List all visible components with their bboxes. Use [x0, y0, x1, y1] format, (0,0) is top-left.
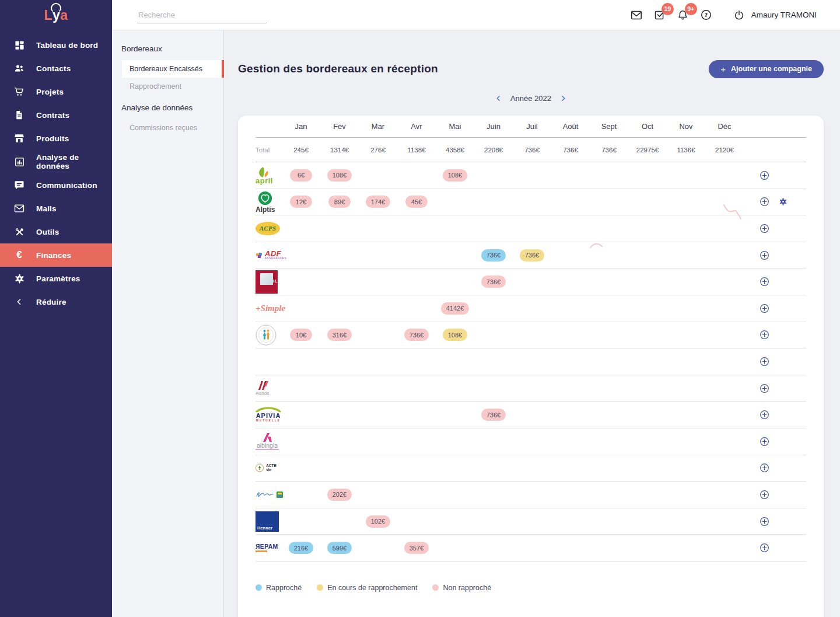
add-bordereau-button[interactable] — [759, 489, 770, 500]
company-row: ACTE vie — [256, 455, 806, 482]
total-value: 22975€ — [628, 147, 667, 154]
add-bordereau-button[interactable] — [759, 276, 770, 287]
legend-dot — [317, 584, 323, 591]
subnav-item-commissions-recues[interactable]: Commissions reçues — [122, 119, 223, 137]
subnav-item-bordereaux-encaisses[interactable]: Bordereaux Encaissés — [122, 60, 223, 78]
add-bordereau-button[interactable] — [759, 516, 770, 527]
amount-badge[interactable]: 174€ — [366, 196, 390, 208]
add-bordereau-button[interactable] — [759, 409, 770, 420]
amount-badge[interactable]: 736€ — [520, 249, 544, 262]
month-header: Sept — [590, 122, 628, 131]
add-bordereau-button[interactable] — [759, 196, 770, 207]
add-company-button[interactable]: + Ajouter une compagnie — [709, 60, 824, 78]
plus-icon: + — [720, 64, 726, 74]
user-name: Amaury TRAMONI — [751, 11, 817, 19]
month-header: Nov — [667, 122, 705, 131]
total-value: 245€ — [282, 147, 320, 154]
collapse-icon — [13, 295, 26, 308]
add-bordereau-button[interactable] — [759, 250, 770, 261]
help-icon[interactable]: ? — [700, 9, 713, 22]
add-bordereau-button[interactable] — [759, 329, 770, 340]
previous-year-button[interactable] — [495, 95, 502, 102]
amount-badge[interactable]: 108€ — [443, 329, 467, 341]
amount-badge[interactable]: 736€ — [481, 276, 506, 288]
amount-badge[interactable]: 89€ — [328, 196, 351, 208]
user-menu[interactable]: Amaury TRAMONI — [733, 9, 817, 22]
sidebar-item-finances[interactable]: € Finances — [0, 243, 112, 267]
company-row: APICIL736€ — [256, 269, 806, 295]
company-logo-april: april — [256, 166, 282, 184]
add-bordereau-button[interactable] — [759, 356, 770, 367]
sidebar-item-tableau-de-bord[interactable]: Tableau de bord — [0, 33, 112, 57]
sidebar-item-projets[interactable]: Projets — [0, 80, 112, 103]
company-logo-apivia: APIVIAMUTUELLE — [256, 407, 282, 423]
company-row: albingia — [256, 428, 806, 455]
sidebar-item-analyse-de-donnees[interactable]: Analyse de données — [0, 150, 112, 173]
subnav: BordereauxBordereaux EncaissésRapprochem… — [112, 30, 224, 617]
topbar-icons: 19 9+ ? — [630, 9, 713, 22]
sidebar-item-parametres[interactable]: Paramètres — [0, 267, 112, 290]
bell-icon[interactable]: 9+ — [677, 9, 690, 22]
amount-badge[interactable]: 736€ — [404, 329, 429, 341]
mail-icon — [13, 202, 26, 215]
amount-badge[interactable]: 108€ — [327, 169, 352, 182]
store-icon — [13, 132, 26, 145]
subnav-item-rapprochement[interactable]: Rapprochement — [122, 78, 223, 95]
search-input[interactable] — [137, 7, 267, 23]
company-row: ЯEPAM216€599€357€ — [256, 535, 806, 562]
sidebar-item-mails[interactable]: Mails — [0, 197, 112, 220]
main-content: Gestion des bordereaux en réception + Aj… — [224, 30, 840, 617]
total-value: 276€ — [359, 147, 397, 154]
amount-badge[interactable]: 216€ — [289, 542, 313, 554]
amount-badge[interactable]: 45€ — [405, 196, 428, 208]
add-bordereau-button[interactable] — [759, 542, 770, 553]
total-value: 1138€ — [397, 147, 436, 154]
amount-badge[interactable]: 108€ — [443, 169, 467, 182]
total-value: 2208€ — [474, 147, 513, 154]
add-bordereau-button[interactable] — [759, 436, 770, 447]
sidebar-item-produits[interactable]: Produits — [0, 127, 112, 150]
add-bordereau-button[interactable] — [759, 223, 770, 234]
tasks-icon[interactable]: 19 — [653, 9, 666, 22]
gear-icon — [13, 272, 26, 285]
power-icon[interactable] — [733, 9, 746, 22]
month-header: Jan — [282, 122, 320, 131]
mail-icon[interactable] — [630, 9, 643, 22]
add-bordereau-button[interactable] — [759, 462, 770, 473]
add-bordereau-button[interactable] — [759, 170, 770, 181]
contacts-icon — [13, 62, 26, 75]
amount-badge[interactable]: 316€ — [327, 329, 352, 341]
amount-badge[interactable]: 736€ — [481, 249, 506, 262]
sidebar-item-contacts[interactable]: Contacts — [0, 57, 112, 80]
company-logo-henner: Henner — [256, 511, 282, 532]
company-logo-camacte — [256, 325, 282, 346]
total-value: 736€ — [590, 147, 628, 154]
amount-badge[interactable]: 599€ — [327, 542, 352, 554]
sidebar-item-outils[interactable]: Outils — [0, 220, 112, 243]
month-header: Août — [551, 122, 590, 131]
cart-icon — [13, 85, 26, 98]
sidebar-item-contrats[interactable]: Contrats — [0, 103, 112, 127]
company-row: Aleade — [256, 375, 806, 402]
amount-badge[interactable]: 357€ — [404, 542, 429, 554]
add-bordereau-button[interactable] — [759, 303, 770, 314]
total-value: 1136€ — [667, 147, 705, 154]
amount-badge[interactable]: 4142€ — [441, 302, 470, 315]
amount-badge[interactable]: 102€ — [366, 515, 390, 528]
amount-badge[interactable]: 736€ — [481, 409, 506, 421]
next-year-button[interactable] — [559, 95, 567, 102]
amount-badge[interactable]: 202€ — [327, 489, 352, 501]
add-bordereau-button[interactable] — [759, 383, 770, 394]
row-settings-icon[interactable] — [778, 197, 788, 207]
month-header: Juil — [513, 122, 551, 131]
month-header: Oct — [628, 122, 667, 131]
chart-icon — [13, 155, 26, 168]
amount-badge[interactable]: 12€ — [290, 196, 312, 208]
sidebar-item-reduire[interactable]: Réduire — [0, 290, 112, 313]
company-row — [256, 348, 806, 375]
sidebar: Lya Tableau de bord Contacts Projets Con… — [0, 0, 112, 617]
amount-badge[interactable]: 10€ — [290, 329, 312, 341]
sidebar-item-communication[interactable]: Communication — [0, 173, 112, 197]
amount-badge[interactable]: 6€ — [290, 169, 312, 182]
total-row: Total245€1314€276€1138€4358€2208€736€736… — [256, 138, 806, 162]
